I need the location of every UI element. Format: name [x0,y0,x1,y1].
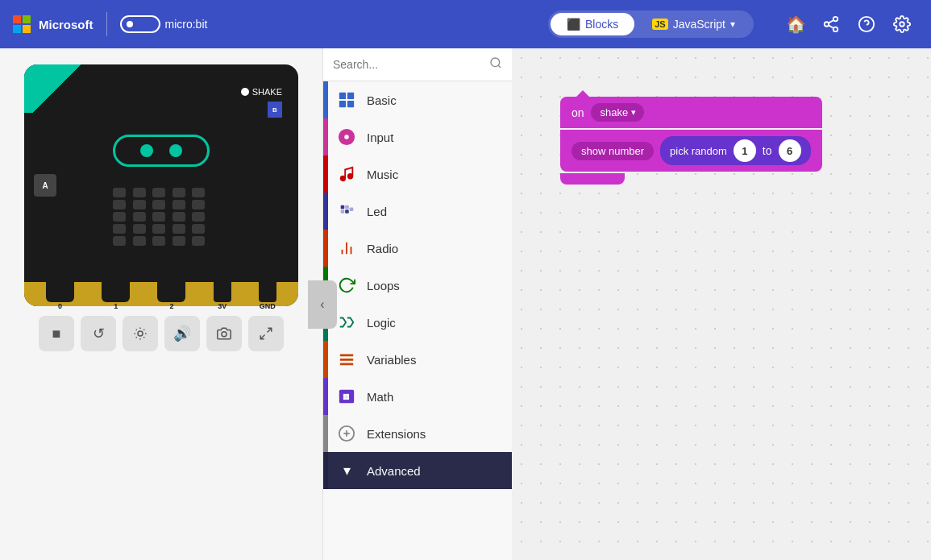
screenshot-button[interactable] [206,316,242,351]
extensions-icon [336,423,357,444]
shake-dropdown[interactable]: shake ▾ [591,103,645,122]
workspace[interactable]: on shake ▾ show number pick random 1 to … [512,48,931,560]
action-block[interactable]: show number pick random 1 to 6 [560,130,822,172]
pin-0-notch [46,278,74,302]
help-button[interactable] [850,8,883,40]
editor-tabs: ⬛ Blocks JS JavaScript ▾ [548,10,754,38]
pin-2-notch [157,278,185,302]
math-accent [323,378,328,415]
svg-line-3 [829,25,833,28]
radio-accent [323,230,328,267]
toolbox-item-advanced[interactable]: ▾ Advanced [323,452,512,489]
toolbox-item-extensions[interactable]: Extensions [323,415,512,452]
variables-label: Variables [367,353,416,367]
svg-rect-15 [347,93,354,99]
svg-point-12 [491,58,500,67]
pick-random-label: pick random [670,145,727,157]
radio-icon [336,238,357,259]
svg-rect-14 [339,93,346,99]
math-icon: ▦ [336,386,357,407]
show-number-block: show number [571,142,654,160]
toolbox-panel: Basic Input [322,48,512,560]
advanced-label: Advanced [367,464,421,478]
blocks-icon: ⬛ [567,18,580,31]
svg-rect-25 [345,209,349,214]
svg-point-19 [343,134,349,139]
svg-rect-16 [339,101,346,107]
from-num[interactable]: 1 [734,139,756,162]
blocks-label: Blocks [585,18,618,31]
main-content: SHAKE B A 0 1 [0,48,931,560]
svg-rect-31 [340,359,354,361]
blocks-tab[interactable]: ⬛ Blocks [551,13,634,35]
pin-3v-label: 3V [218,302,227,310]
basic-accent [323,81,328,118]
logic-icon [336,312,357,333]
dropdown-arrow-icon: ▾ [631,107,636,118]
settings-button[interactable] [886,8,918,40]
svg-point-9 [222,332,227,337]
svg-rect-22 [341,205,345,209]
music-label: Music [367,168,398,181]
shake-dot [241,88,249,96]
to-num[interactable]: 6 [779,139,801,162]
pin-1-notch [102,278,130,302]
music-accent [323,156,328,193]
toolbox-item-math[interactable]: ▦ Math [323,378,512,415]
variables-accent [323,341,328,378]
svg-line-11 [260,335,264,339]
restart-button[interactable]: ↺ [81,316,116,351]
microbit-icon [120,15,160,33]
shake-dropdown-label: shake [601,106,629,118]
toolbox-item-logic[interactable]: Logic [323,304,512,341]
right-eye [169,144,182,157]
search-input[interactable] [333,58,483,71]
svg-rect-23 [341,209,345,214]
toolbox-item-music[interactable]: Music [323,156,512,193]
collapse-arrow[interactable]: ‹ [308,280,337,329]
stop-button[interactable]: ■ [39,316,74,351]
block-tail [560,173,625,185]
advanced-icon: ▾ [336,460,357,481]
button-a[interactable]: A [34,174,56,197]
pin-0-label: 0 [58,302,62,310]
input-icon [336,127,357,147]
toolbox-item-radio[interactable]: Radio [323,230,512,267]
sound-button[interactable]: 🔊 [164,316,200,351]
toolbox-list: Basic Input [323,81,512,560]
flag-badge: B [268,102,282,118]
microbit-brand: micro:bit [120,15,208,33]
search-box [323,48,512,81]
left-eye [140,144,153,157]
svg-rect-24 [345,205,349,209]
javascript-tab[interactable]: JS JavaScript ▾ [636,13,751,35]
toolbox-item-led[interactable]: Led [323,193,512,230]
pick-random-block[interactable]: pick random 1 to 6 [660,136,811,165]
svg-rect-32 [340,363,354,366]
debug-button[interactable] [123,316,158,351]
svg-point-0 [833,17,838,22]
variables-icon [336,349,357,370]
basic-label: Basic [367,93,397,107]
extensions-label: Extensions [367,427,426,441]
toolbox-item-input[interactable]: Input [323,118,512,156]
svg-point-7 [900,22,904,27]
radio-label: Radio [367,242,398,255]
fullscreen-button[interactable] [248,316,284,351]
connector-bar: 0 1 2 3V GND [24,282,298,306]
microsoft-label: Microsoft [39,18,94,31]
microbit-label: micro:bit [165,18,208,31]
input-accent [323,118,328,156]
microbit-face [113,135,210,167]
logic-label: Logic [367,316,396,330]
share-button[interactable] [815,8,847,40]
nav-icons: 🏠 [779,8,918,40]
toolbox-item-variables[interactable]: Variables [323,341,512,378]
led-matrix [113,188,210,236]
js-dropdown-arrow[interactable]: ▾ [730,19,735,30]
home-button[interactable]: 🏠 [779,8,812,40]
brand: Microsoft [13,15,94,33]
toolbox-item-loops[interactable]: Loops [323,267,512,304]
toolbox-item-basic[interactable]: Basic [323,81,512,118]
event-block[interactable]: on shake ▾ [560,97,822,128]
